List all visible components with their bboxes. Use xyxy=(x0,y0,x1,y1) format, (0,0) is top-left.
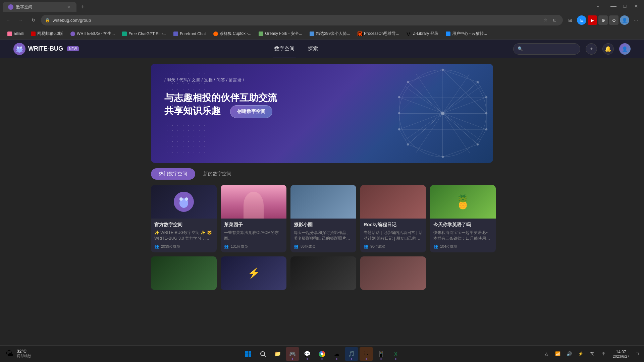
tray-battery-icon[interactable]: ⚡ xyxy=(575,349,586,359)
kugou-button[interactable]: 🎵 xyxy=(345,347,358,361)
card-photo-title: 摄影小圈 xyxy=(294,222,353,228)
greasyfork-favicon xyxy=(259,32,263,36)
card-official[interactable]: 官方数字空间 ✨ WRITE-BUG数字空间 ✨ 🐱 WRITE-BUG 3.0… xyxy=(151,185,217,252)
notification-center-button[interactable]: □ xyxy=(633,349,641,359)
search-box[interactable]: 🔍 xyxy=(513,43,580,55)
start-button[interactable] xyxy=(241,347,255,361)
hero-cta-button[interactable]: 创建数字空间 xyxy=(230,105,272,118)
title-bar-icons: — □ ✕ xyxy=(608,1,641,11)
tray-ime-icon[interactable]: 英 xyxy=(587,349,597,359)
main-content: / 聊天 / 代码 / 文章 / 文档 / 问答 / 留言墙 / 与志趣相投的伙… xyxy=(0,58,644,345)
tray-ime2-icon[interactable]: 中 xyxy=(598,349,609,359)
hero-title: 与志趣相投的伙伴互助交流 共享知识乐趣 创建数字空间 xyxy=(164,91,480,118)
chrome-icon xyxy=(319,351,325,357)
address-bar[interactable]: 🔒 writebug.com/group ☆ ⊡ xyxy=(41,15,563,25)
bookmark-greasyfork[interactable]: Greasy Fork - 安全... xyxy=(255,29,306,38)
card-english-members: 104位成员 xyxy=(440,244,457,249)
tray-network-icon[interactable]: 📶 xyxy=(552,349,563,359)
bookmark-cupfox[interactable]: 茶杯狐 Cupfox -... xyxy=(210,29,255,38)
bookmark-yunmao[interactable]: 用户中心 - 云猫转... xyxy=(442,29,491,38)
system-clock[interactable]: 14:07 2023/6/27 xyxy=(610,350,632,358)
close-button[interactable]: ✕ xyxy=(631,1,641,11)
ext3-icon[interactable]: ⊙ xyxy=(609,15,619,25)
cupfox-favicon xyxy=(213,32,218,36)
card-rocky[interactable]: Rocky编程日记 专题活动 | 记录编内活动日常 | 活动计划 编程日记 | … xyxy=(360,185,426,252)
cupfox-label: 茶杯狐 Cupfox -... xyxy=(220,31,252,37)
forward-button[interactable]: → xyxy=(15,15,26,25)
new-tab-button[interactable]: + xyxy=(78,2,88,12)
card-row2-3[interactable] xyxy=(290,256,356,290)
card-garden-title: 莱菜园子 xyxy=(224,222,283,228)
phone-button[interactable]: 📱 xyxy=(374,347,388,361)
settings-button[interactable]: ⋯ xyxy=(631,15,641,25)
refresh-button[interactable]: ↻ xyxy=(28,15,39,25)
card-english[interactable]: 🍍 今天你学英语了吗 快来和海绵宝宝一起学英语吧~ 本群有三条铁律：1. 只能使… xyxy=(430,185,496,252)
bookmark-writebug[interactable]: WRITE-BUG - 学生... xyxy=(67,29,118,38)
tab-hot-spaces[interactable]: 热门数字空间 xyxy=(151,168,195,180)
bookmark-bilibili[interactable]: bilibili xyxy=(4,30,27,38)
cards-grid-row2: ⚡ xyxy=(151,256,493,290)
card-rocky-members: 90位成员 xyxy=(370,244,385,249)
card-official-image xyxy=(151,185,217,219)
user-avatar[interactable]: 👤 xyxy=(619,43,631,55)
search-taskbar-button[interactable] xyxy=(256,347,270,361)
clock-date: 2023/6/27 xyxy=(613,354,629,358)
active-tab[interactable]: 数字空间 ✕ xyxy=(3,2,76,12)
ext1-icon[interactable]: ▶ xyxy=(588,15,597,25)
edge-icon[interactable]: E xyxy=(577,15,586,25)
profile-icon[interactable]: 👤 xyxy=(620,15,629,25)
card-official-title: 官方数字空间 xyxy=(154,222,213,228)
card-rocky-desc: 专题活动 | 记录编内活动日常 | 活动计划 编程日记 | 朋友自己的日记本 |… xyxy=(364,230,423,241)
card-garden-footer: 👥 131位成员 xyxy=(224,244,283,249)
minimize-button[interactable]: — xyxy=(608,1,619,11)
file-explorer-button[interactable]: 📁 xyxy=(271,347,284,361)
star-icon[interactable]: ☆ xyxy=(541,16,549,24)
game-app-button[interactable]: 🎮 xyxy=(286,347,299,361)
card-row2-2[interactable]: ⚡ xyxy=(221,256,286,290)
card-row2-1-image xyxy=(151,256,217,290)
chrome-button[interactable] xyxy=(315,347,329,361)
bookmark-processon[interactable]: On ProcessOn思维导... xyxy=(354,29,402,38)
bookmark-chatgpt[interactable]: Free ChatGPT Site... xyxy=(119,30,169,38)
tray-expand-button[interactable]: △ xyxy=(541,349,552,359)
tab-new-spaces[interactable]: 新的数字空间 xyxy=(195,168,239,180)
nav-bar: ← → ↻ 🔒 writebug.com/group ☆ ⊡ ⊞ E ▶ ⊕ ⊙… xyxy=(0,12,644,28)
onedrive-button[interactable]: ☁ xyxy=(330,347,343,361)
wechat-button[interactable]: 💬 xyxy=(301,347,314,361)
bookmark-resume[interactable]: 精选299套个人简... xyxy=(306,29,354,38)
maximize-button[interactable]: □ xyxy=(620,1,630,11)
card-garden[interactable]: 莱菜园子 一些有关算法竞赛OI/ACM的东西。 👥 131位成员 xyxy=(221,185,286,252)
bookmark-zlibrary[interactable]: V Z-Library 登录 xyxy=(403,29,441,38)
card-row2-1[interactable] xyxy=(151,256,217,290)
tab-list-button[interactable]: ⌄ xyxy=(590,0,606,12)
card-english-title: 今天你学英语了吗 xyxy=(433,222,492,228)
weather-widget[interactable]: 🌤 32°C 局部晴朗 xyxy=(3,345,34,362)
nav-item-explore[interactable]: 探索 xyxy=(307,40,319,58)
clock-time: 14:07 xyxy=(616,350,626,354)
bilibili-favicon xyxy=(7,32,12,36)
ext2-icon[interactable]: ⊕ xyxy=(598,15,608,25)
extensions-button[interactable]: ⊞ xyxy=(565,15,576,25)
bookmark-forefront[interactable]: Forefront Chat xyxy=(170,30,209,38)
tray-speaker-icon[interactable]: 🔊 xyxy=(564,349,575,359)
logo-text: WRITE-BUG xyxy=(28,45,63,52)
card-row2-4[interactable] xyxy=(360,256,426,290)
add-button[interactable]: + xyxy=(586,43,597,55)
card-rocky-image xyxy=(360,185,426,219)
excel-button[interactable]: X xyxy=(389,347,402,361)
logo-icon xyxy=(13,43,25,55)
member-icon4: 👥 xyxy=(364,244,368,249)
screenshare-icon[interactable]: ⊡ xyxy=(551,16,559,24)
card-garden-members: 131位成员 xyxy=(231,244,248,249)
bookmark-netease[interactable]: 网易邮箱6.0版 xyxy=(28,29,66,38)
card-rocky-footer: 👥 90位成员 xyxy=(364,244,423,249)
card-english-desc: 快来和海绵宝宝一起学英语吧~ 本群有三条铁律：1. 只能使用英语交流，不要出现中… xyxy=(433,230,492,241)
notification-button[interactable]: 🔔 xyxy=(602,43,614,55)
card-photo[interactable]: 摄影小圈 每天一起分享和探讨摄影作品、著名摄影师和自己的摄影照片！爱摄影come… xyxy=(290,185,356,252)
url-text: writebug.com/group xyxy=(53,18,539,23)
window-controls: ⌄ — □ ✕ xyxy=(590,0,641,12)
security-button[interactable]: 🛡 xyxy=(360,347,373,361)
back-button[interactable]: ← xyxy=(3,15,13,25)
nav-item-digital-space[interactable]: 数字空间 xyxy=(273,40,296,58)
tab-close-button[interactable]: ✕ xyxy=(66,4,71,10)
